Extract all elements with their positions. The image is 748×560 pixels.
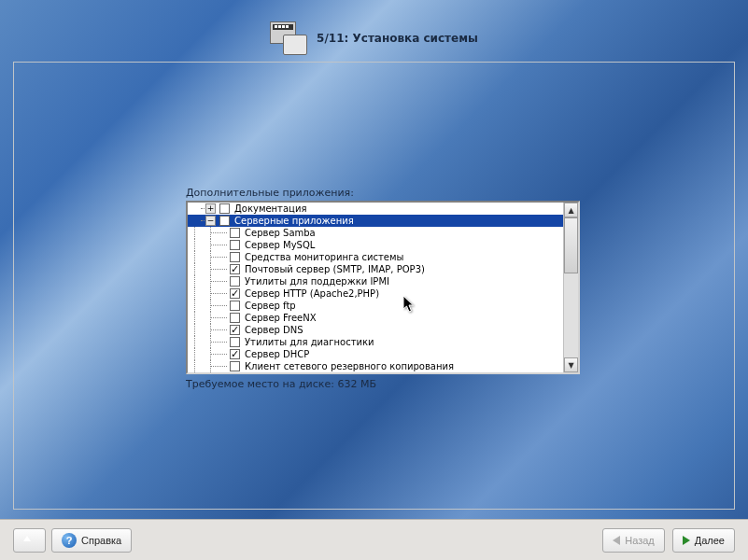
- next-button[interactable]: Далее: [672, 528, 735, 553]
- tree-item-label: Утилиты для поддержки IPMI: [244, 276, 389, 287]
- bottom-toolbar: ? Справка Назад Далее: [0, 519, 748, 560]
- next-button-label: Далее: [695, 535, 725, 546]
- collapse-toggle[interactable]: −: [205, 216, 216, 226]
- tree-item[interactable]: Утилиты для диагностики: [188, 336, 563, 348]
- checkbox[interactable]: [230, 301, 240, 311]
- wizard-header: 5/11: Установка системы: [0, 0, 748, 58]
- checkbox[interactable]: [230, 240, 240, 250]
- checkbox[interactable]: [219, 216, 230, 226]
- tree-item-label: Почтовый сервер (SMTP, IMAP, POP3): [244, 264, 425, 274]
- help-icon: ?: [62, 533, 77, 548]
- checkbox[interactable]: [219, 203, 230, 214]
- tree-item-label: Сервер DNS: [244, 325, 303, 335]
- checkbox[interactable]: [230, 264, 240, 274]
- forward-arrow-icon: [683, 536, 690, 545]
- tree-item-label: Сервер HTTP (Apache2,PHP): [244, 288, 379, 299]
- expand-toggle[interactable]: +: [205, 203, 216, 214]
- checkbox[interactable]: [230, 325, 240, 335]
- scroll-up-button[interactable]: ▲: [564, 203, 578, 217]
- tree-item[interactable]: Сервер DHCP: [188, 348, 563, 360]
- install-icon: [270, 21, 307, 55]
- tree-item-label: Сервер DHCP: [244, 349, 309, 359]
- tree-item-label: Утилиты для диагностики: [244, 337, 374, 347]
- back-arrow-icon: [613, 536, 620, 545]
- scroll-thumb[interactable]: [564, 217, 578, 273]
- tree-item[interactable]: Сервер ftp: [188, 300, 563, 312]
- wizard-step-title: 5/11: Установка системы: [317, 32, 478, 45]
- scroll-track[interactable]: [564, 217, 578, 357]
- tree-item[interactable]: Средства мониторинга системы: [188, 251, 563, 263]
- help-button-label: Справка: [81, 535, 121, 546]
- tree-item-label: Средства мониторинга системы: [244, 252, 403, 262]
- tree-item-label: Сервер ftp: [244, 301, 296, 311]
- checkbox[interactable]: [230, 349, 240, 359]
- package-tree[interactable]: +Документация−Серверные приложенияСервер…: [186, 201, 580, 374]
- checkbox[interactable]: [230, 276, 240, 287]
- tree-item-documentation[interactable]: +Документация: [188, 203, 563, 215]
- checkbox[interactable]: [230, 288, 240, 299]
- tree-item-label: Сервер MySQL: [244, 240, 315, 250]
- scrollbar[interactable]: ▲ ▼: [563, 203, 578, 372]
- checkbox[interactable]: [230, 361, 240, 371]
- additional-apps-label: Дополнительные приложения:: [186, 187, 354, 199]
- tree-item[interactable]: Клиент сетевого резервного копирования: [188, 360, 563, 372]
- tree-item-label: Сервер Samba: [244, 228, 316, 238]
- checkbox[interactable]: [230, 313, 240, 323]
- tree-item[interactable]: Почтовый сервер (SMTP, IMAP, POP3): [188, 263, 563, 275]
- menu-button[interactable]: [13, 528, 46, 553]
- tree-item-label: Документация: [233, 203, 306, 214]
- checkbox[interactable]: [230, 228, 240, 238]
- scroll-down-button[interactable]: ▼: [564, 357, 578, 372]
- tree-item-label: Серверные приложения: [233, 216, 354, 226]
- tree-item-label: Сервер FreeNX: [244, 313, 317, 323]
- tree-item[interactable]: Утилиты для поддержки IPMI: [188, 275, 563, 287]
- tree-item-server-apps[interactable]: −Серверные приложения: [188, 215, 563, 227]
- tree-item[interactable]: Сервер HTTP (Apache2,PHP): [188, 287, 563, 300]
- tree-item[interactable]: Сервер MySQL: [188, 239, 563, 251]
- tree-item[interactable]: Сервер DNS: [188, 324, 563, 336]
- tree-item[interactable]: Сервер Samba: [188, 227, 563, 239]
- help-button[interactable]: ? Справка: [51, 528, 132, 553]
- back-button-label: Назад: [625, 535, 655, 546]
- tree-item[interactable]: Сервер FreeNX: [188, 312, 563, 324]
- tree-item-label: Клиент сетевого резервного копирования: [244, 361, 454, 371]
- checkbox[interactable]: [230, 337, 240, 347]
- back-button[interactable]: Назад: [602, 528, 665, 553]
- disk-space-label: Требуемое место на диске: 632 МБ: [186, 378, 376, 390]
- checkbox[interactable]: [230, 252, 240, 262]
